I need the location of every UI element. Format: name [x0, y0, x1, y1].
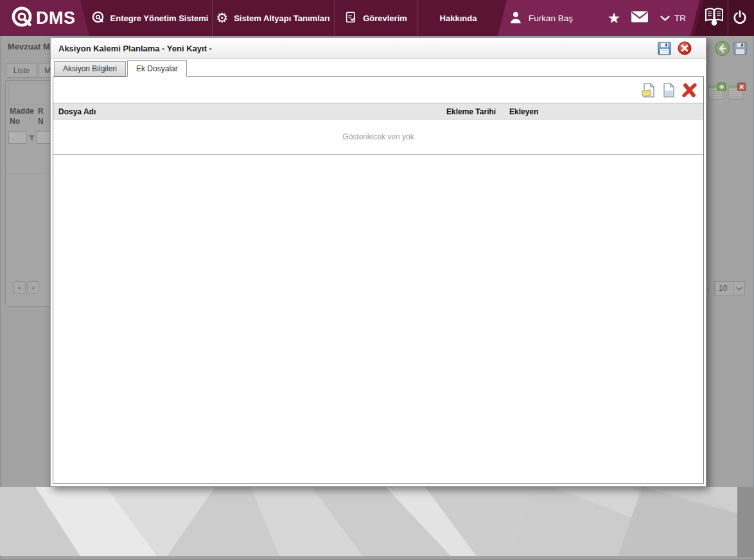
grid-add-row-icon: [708, 82, 726, 103]
messages-button[interactable]: [630, 11, 649, 25]
filter-funnel-icon: [28, 133, 35, 144]
background-tab-partial: M: [39, 63, 50, 78]
book-hand-icon: [703, 7, 725, 29]
menu-item-entegre-yonetim-sistemi[interactable]: Entegre Yönetim Sistemi: [87, 0, 212, 36]
background-grid-line: [6, 173, 50, 174]
tab-aksiyon-bilgileri[interactable]: Aksiyon Bilgileri: [54, 61, 126, 76]
files-grid-header: Dosya Adı Ekleme Tarihi Ekleyen: [53, 103, 703, 119]
background-filter-input: [8, 131, 26, 144]
new-document-icon[interactable]: [662, 83, 676, 98]
background-column-r-n: RN: [38, 107, 44, 127]
save-button[interactable]: [658, 42, 671, 55]
ek-dosyalar-panel: Dosya Adı Ekleme Tarihi Ekleyen Gösteril…: [53, 76, 704, 484]
topbar-divider: [728, 0, 728, 36]
background-toolbar-box: [8, 83, 50, 105]
background-tab-liste: Liste: [6, 63, 37, 78]
background-page-title: Mevzuat Ma: [8, 42, 50, 51]
chevron-down-icon: [660, 12, 670, 24]
tab-ek-dosyalar[interactable]: Ek Dosyalar: [127, 60, 187, 77]
qdms-logo[interactable]: DMS: [10, 0, 76, 36]
background-column-madde-no: MaddeNo: [10, 107, 34, 127]
power-icon: [732, 10, 748, 28]
delete-icon[interactable]: [681, 82, 697, 98]
modal-title: Aksiyon Kalemi Planlama - Yeni Kayıt -: [58, 44, 212, 53]
background-pattern: [0, 487, 737, 556]
menu-item-label: Sistem Altyapı Tanımları: [234, 13, 330, 23]
dropdown-chevron-icon: [733, 282, 744, 295]
language-label: TR: [674, 13, 686, 23]
q-circle-icon: [91, 10, 105, 26]
mail-icon: [631, 10, 649, 26]
language-code[interactable]: TR: [674, 12, 686, 24]
menu-item-hakkinda[interactable]: Hakkında: [417, 0, 499, 36]
qdms-logo-q-icon: [10, 5, 33, 31]
modal-titlebar: Aksiyon Kalemi Planlama - Yeni Kayıt -: [51, 38, 706, 59]
gear-icon: ⚙: [216, 12, 228, 25]
user-icon: [509, 10, 523, 26]
background-pager-next: >: [27, 281, 39, 293]
background-grid-panel: MaddeNo RN < >: [5, 80, 50, 307]
menu-item-gorevlerim[interactable]: Görevlerim: [335, 0, 417, 36]
background-filter-input: [37, 131, 50, 144]
save-button-disabled-icon: [733, 42, 747, 58]
menu-item-label: Hakkında: [440, 13, 477, 23]
column-header-ekleyen[interactable]: Ekleyen: [509, 107, 538, 116]
menu-item-label: Entegre Yönetim Sistemi: [110, 13, 209, 23]
favorites-button[interactable]: ★: [605, 9, 623, 27]
menu-item-sistem-altyapi-tanimlari[interactable]: ⚙ Sistem Altyapı Tanımları: [213, 0, 333, 36]
menu-item-label: Görevlerim: [363, 13, 407, 23]
column-header-ekleme-tarihi[interactable]: Ekleme Tarihi: [446, 107, 496, 116]
background-right-strip: [737, 487, 754, 557]
aksiyon-kalemi-planlama-modal: Aksiyon Kalemi Planlama - Yeni Kayıt - A…: [50, 37, 706, 487]
qdms-screen: DMS Entegre Yönetim Sistemi ⚙ Sistem Alt…: [0, 0, 754, 560]
close-button[interactable]: [678, 41, 692, 55]
star-icon: ★: [608, 11, 621, 26]
files-toolbar: [53, 77, 703, 103]
logo-text: DMS: [36, 8, 76, 28]
empty-message: Gösterilecek veri yok: [342, 132, 414, 141]
tasks-clipboard-icon: [344, 10, 357, 26]
grid-remove-row-icon: [728, 82, 746, 103]
edit-document-icon[interactable]: [642, 83, 656, 98]
user-menu[interactable]: Furkan Baş: [506, 0, 609, 36]
language-dropdown[interactable]: [659, 14, 671, 22]
topbar: DMS Entegre Yönetim Sistemi ⚙ Sistem Alt…: [0, 0, 754, 36]
help-manual-button[interactable]: [701, 7, 727, 29]
files-grid-empty-row: Gösterilecek veri yok: [53, 119, 703, 155]
logout-button[interactable]: [730, 10, 750, 28]
background-pager-prev: <: [13, 281, 26, 293]
column-header-dosya-adi[interactable]: Dosya Adı: [58, 107, 96, 116]
page-size-dropdown: 10: [714, 281, 745, 295]
background-page-right: ı: 10: [704, 36, 754, 487]
user-name: Furkan Baş: [529, 13, 573, 23]
back-button-icon: [714, 40, 730, 59]
modal-tabstrip: Aksiyon Bilgileri Ek Dosyalar: [51, 59, 706, 76]
modal-titlebar-actions: [658, 41, 698, 55]
page-size-value: 10: [719, 284, 727, 293]
background-page-left: Mevzuat Ma Liste M MaddeNo RN < >: [0, 36, 50, 487]
